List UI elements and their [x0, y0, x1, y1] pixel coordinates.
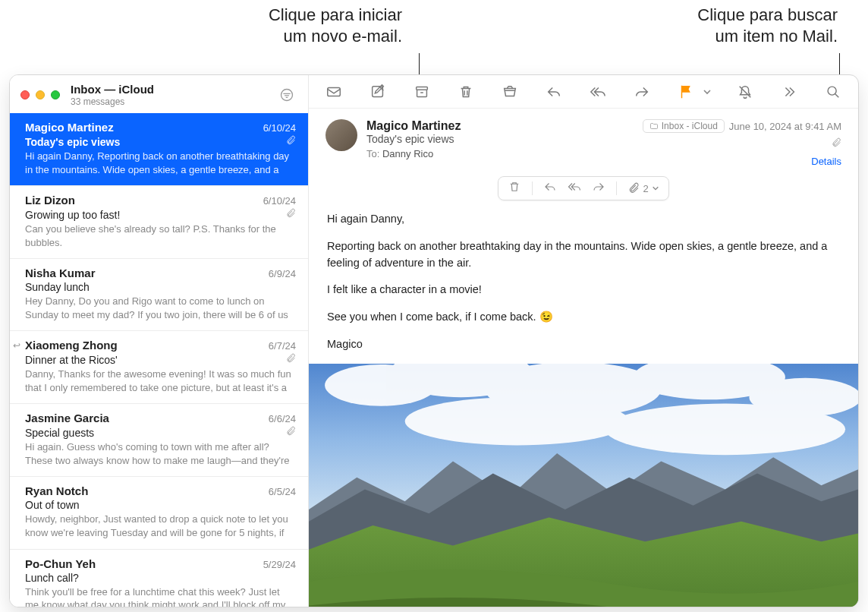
forward-button[interactable] — [631, 80, 653, 103]
callout-compose-l2: um novo e-mail. — [269, 26, 402, 47]
message-date: 6/6/24 — [269, 413, 296, 424]
message-row[interactable]: Ryan Notch6/5/24Out of townHowdy, neighb… — [10, 477, 308, 549]
mute-button[interactable] — [734, 80, 756, 103]
search-icon — [825, 84, 841, 100]
message-subject: Today's epic views — [25, 136, 120, 148]
message-subject: Special guests — [25, 427, 94, 439]
message-from: Jasmine Garcia — [25, 412, 269, 424]
message-row[interactable]: Liz Dizon6/10/24Growing up too fast!Can … — [10, 186, 308, 259]
inline-reply-all-button[interactable] — [568, 180, 581, 197]
mailbox-badge-label: Inbox - iCloud — [662, 121, 718, 131]
message-from: Ryan Notch — [25, 484, 269, 497]
separator — [532, 181, 533, 195]
message-date: 6/9/24 — [269, 268, 296, 279]
svg-rect-3 — [417, 87, 428, 90]
junk-icon — [502, 84, 518, 100]
body-paragraph: See you when I come back, if I come back… — [327, 309, 840, 326]
svg-rect-1 — [328, 87, 341, 96]
minimize-window-button[interactable] — [36, 90, 45, 99]
chevron-down-icon — [652, 185, 659, 192]
more-toolbar-button[interactable] — [778, 80, 800, 103]
message-from: Magico Martinez — [25, 121, 263, 134]
message-preview: Hi again. Guess who's coming to town wit… — [25, 440, 296, 467]
message-preview: Danny, Thanks for the awesome evening! I… — [25, 368, 296, 394]
message-preview: Hi again Danny, Reporting back on anothe… — [25, 150, 296, 176]
message-list[interactable]: Magico Martinez6/10/24Today's epic views… — [10, 113, 308, 607]
inline-reply-button[interactable] — [543, 180, 557, 197]
body-paragraph: Reporting back on another breathtaking d… — [327, 238, 840, 272]
message-row[interactable]: Magico Martinez6/10/24Today's epic views… — [10, 113, 308, 186]
flag-menu-button[interactable] — [702, 80, 712, 103]
message-from: Nisha Kumar — [25, 267, 269, 279]
to-value: Danny Rico — [382, 148, 433, 159]
callout-compose-l1: Clique para iniciar — [269, 5, 402, 26]
inline-action-bar: 2 — [498, 176, 668, 200]
bell-slash-icon — [737, 84, 753, 100]
reading-pane: Magico Martinez Today's epic views To: D… — [309, 75, 858, 607]
avatar[interactable] — [326, 119, 357, 151]
message-row[interactable]: ↩Xiaomeng Zhong6/7/24Dinner at the Ricos… — [10, 331, 308, 404]
message-preview: Hey Danny, Do you and Rigo want to come … — [25, 295, 296, 321]
trash-icon — [508, 180, 521, 194]
message-row[interactable]: Nisha Kumar6/9/24Sunday lunchHey Danny, … — [10, 259, 308, 331]
forward-icon — [592, 180, 605, 194]
message-subject: Growing up too fast! — [25, 209, 120, 221]
reply-icon — [543, 180, 557, 194]
filter-icon — [279, 87, 294, 103]
mountain-photo — [309, 364, 858, 607]
paperclip-icon — [285, 426, 296, 439]
message-subject: Dinner at the Ricos' — [25, 354, 118, 366]
compose-icon — [370, 84, 386, 100]
paperclip-icon — [831, 137, 841, 148]
svg-point-12 — [605, 403, 845, 455]
close-window-button[interactable] — [20, 90, 30, 99]
inline-delete-button[interactable] — [508, 180, 521, 197]
reply-all-icon — [590, 84, 606, 100]
body-paragraph: Hi again Danny, — [327, 211, 840, 228]
paperclip-icon — [627, 182, 640, 194]
attachment-image[interactable] — [309, 364, 858, 607]
archive-button[interactable] — [410, 80, 433, 103]
attachment-count: 2 — [643, 183, 648, 194]
zoom-window-button[interactable] — [51, 90, 60, 99]
svg-point-4 — [828, 87, 836, 95]
message-date: 6/10/24 — [263, 195, 296, 207]
delete-button[interactable] — [454, 80, 477, 103]
body-paragraph: I felt like a character in a movie! — [327, 282, 840, 298]
inline-attachments-button[interactable]: 2 — [627, 182, 659, 194]
search-button[interactable] — [822, 80, 844, 103]
recipients: To: Danny Rico — [366, 148, 634, 159]
callout-search-l1: Clique para buscar — [697, 5, 838, 26]
junk-button[interactable] — [498, 80, 521, 103]
annotation-callouts: Clique para iniciar um novo e-mail. Cliq… — [0, 5, 868, 71]
svg-point-0 — [281, 90, 293, 101]
body-paragraph: Magico — [327, 336, 840, 353]
mailbox-badge[interactable]: Inbox - iCloud — [643, 119, 725, 133]
chevron-down-icon — [703, 87, 712, 96]
flag-button[interactable] — [675, 80, 697, 103]
details-link[interactable]: Details — [643, 156, 841, 167]
message-subject: Today's epic views — [366, 133, 634, 145]
traffic-lights — [20, 90, 60, 99]
chevrons-right-icon — [781, 84, 797, 100]
message-from: Xiaomeng Zhong — [25, 339, 269, 352]
titlebar: Inbox — iCloud 33 messages — [10, 75, 308, 113]
forward-icon — [634, 84, 650, 100]
paperclip-icon — [285, 208, 296, 221]
mailbox-count: 33 messages — [71, 96, 276, 107]
reply-all-button[interactable] — [587, 80, 609, 103]
filter-button[interactable] — [276, 84, 297, 106]
trash-icon — [458, 84, 474, 100]
message-row[interactable]: Po-Chun Yeh5/29/24Lunch call?Think you'l… — [10, 550, 308, 607]
svg-point-11 — [405, 397, 630, 445]
compose-button[interactable] — [366, 80, 389, 103]
separator — [616, 181, 617, 195]
message-row[interactable]: Jasmine Garcia6/6/24Special guestsHi aga… — [10, 404, 308, 477]
mailboxes-button[interactable] — [322, 80, 345, 103]
toolbar — [309, 75, 858, 109]
message-preview: Think you'll be free for a lunchtime cha… — [25, 585, 296, 607]
reply-icon — [546, 84, 562, 100]
inline-forward-button[interactable] — [592, 180, 605, 197]
reply-button[interactable] — [542, 80, 565, 103]
mailbox-title: Inbox — iCloud — [71, 83, 276, 96]
